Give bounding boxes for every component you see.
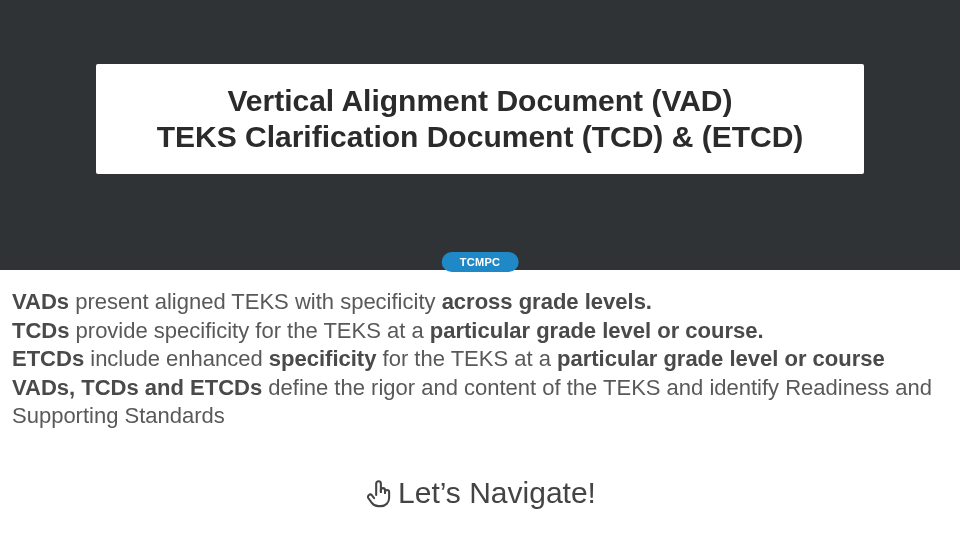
body-line-vads: VADs present aligned TEKS with specifici… [12, 288, 948, 317]
title-line-2: TEKS Clarification Document (TCD) & (ETC… [157, 119, 804, 155]
slide: Vertical Alignment Document (VAD) TEKS C… [0, 0, 960, 540]
etcds-strong3: particular grade level or course [557, 346, 885, 371]
body-line-tcds: TCDs provide specificity for the TEKS at… [12, 317, 948, 346]
hand-point-icon [364, 478, 394, 508]
tcds-strong2: particular grade level or course. [430, 318, 764, 343]
title-card: Vertical Alignment Document (VAD) TEKS C… [96, 64, 864, 174]
etcds-mid2: for the TEKS at a [376, 346, 557, 371]
body-line-etcds: ETCDs include enhanced specificity for t… [12, 345, 948, 374]
vads-strong2: across grade levels. [442, 289, 652, 314]
defs-strong: VADs, TCDs and ETCDs [12, 375, 262, 400]
tcmpc-chip: TCMPC [442, 252, 519, 272]
tcds-mid1: provide specificity for the TEKS at a [69, 318, 429, 343]
lets-navigate: Let’s Navigate! [0, 476, 960, 510]
etcds-strong: ETCDs [12, 346, 84, 371]
vads-strong: VADs [12, 289, 69, 314]
title-line-1: Vertical Alignment Document (VAD) [227, 83, 732, 119]
body-text: VADs present aligned TEKS with specifici… [12, 288, 948, 431]
etcds-strong2: specificity [269, 346, 377, 371]
body-line-defs: VADs, TCDs and ETCDs define the rigor an… [12, 374, 948, 431]
etcds-mid1: include enhanced [84, 346, 269, 371]
tcds-strong: TCDs [12, 318, 69, 343]
vads-mid1: present aligned TEKS with specificity [69, 289, 442, 314]
lets-navigate-label: Let’s Navigate! [398, 476, 596, 510]
